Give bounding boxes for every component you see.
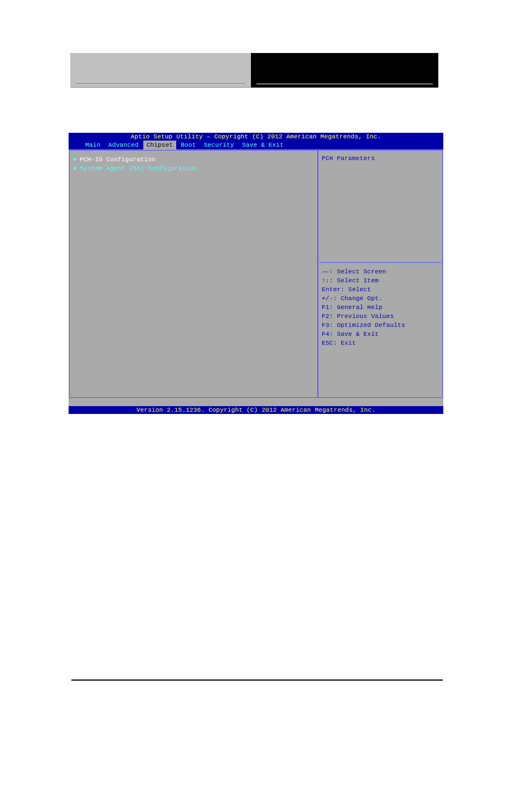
- key-help-change-opt: +/-: Change Opt.: [322, 294, 439, 303]
- key-help-f2: F2: Previous Values: [322, 312, 439, 321]
- document-header-bar: [70, 53, 438, 88]
- bios-key-help: →←: Select Screen ↑↓: Select Item Enter:…: [318, 263, 442, 352]
- key-help-enter: Enter: Select: [322, 285, 439, 294]
- menu-item-label: PCH-IO Configuration: [80, 155, 156, 164]
- header-right-block: [251, 53, 438, 88]
- bios-tab-bar: Main Advanced Chipset Boot Security Save…: [69, 141, 443, 150]
- bios-body: ▶ PCH-IO Configuration ▶ System Agent (S…: [69, 150, 443, 398]
- menu-item-system-agent[interactable]: ▶ System Agent (SA) Configuration: [73, 164, 314, 173]
- menu-item-label: System Agent (SA) Configuration: [80, 164, 197, 173]
- bios-left-pane: ▶ PCH-IO Configuration ▶ System Agent (S…: [69, 150, 318, 398]
- key-help-select-screen: →←: Select Screen: [322, 267, 439, 276]
- key-help-f1: F1: General Help: [322, 303, 439, 312]
- tab-advanced[interactable]: Advanced: [105, 141, 142, 150]
- key-help-f3: F3: Optimized Defaults: [322, 321, 439, 330]
- bios-right-pane: PCH Parameters →←: Select Screen ↑↓: Sel…: [318, 150, 443, 398]
- key-help-select-item: ↑↓: Select Item: [322, 276, 439, 285]
- tab-chipset[interactable]: Chipset: [143, 141, 177, 150]
- bios-item-help: PCH Parameters: [318, 151, 442, 262]
- tab-security[interactable]: Security: [200, 141, 237, 150]
- bios-bottom-spacer: [69, 398, 443, 406]
- tab-save-exit[interactable]: Save & Exit: [239, 141, 287, 150]
- key-help-esc: ESC: Exit: [322, 339, 439, 348]
- key-help-f4: F4: Save & Exit: [322, 330, 439, 339]
- page-footer-divider: [71, 679, 443, 681]
- submenu-arrow-icon: ▶: [73, 155, 78, 164]
- tab-boot[interactable]: Boot: [177, 141, 199, 150]
- bios-title-bar: Aptio Setup Utility – Copyright (C) 2012…: [69, 133, 443, 141]
- bios-version-bar: Version 2.15.1236. Copyright (C) 2012 Am…: [69, 406, 443, 414]
- menu-item-pch-io[interactable]: ▶ PCH-IO Configuration: [73, 155, 314, 164]
- header-left-block: [70, 53, 251, 88]
- bios-window: Aptio Setup Utility – Copyright (C) 2012…: [69, 133, 443, 414]
- submenu-arrow-icon: ▶: [73, 164, 78, 173]
- tab-main[interactable]: Main: [82, 141, 104, 150]
